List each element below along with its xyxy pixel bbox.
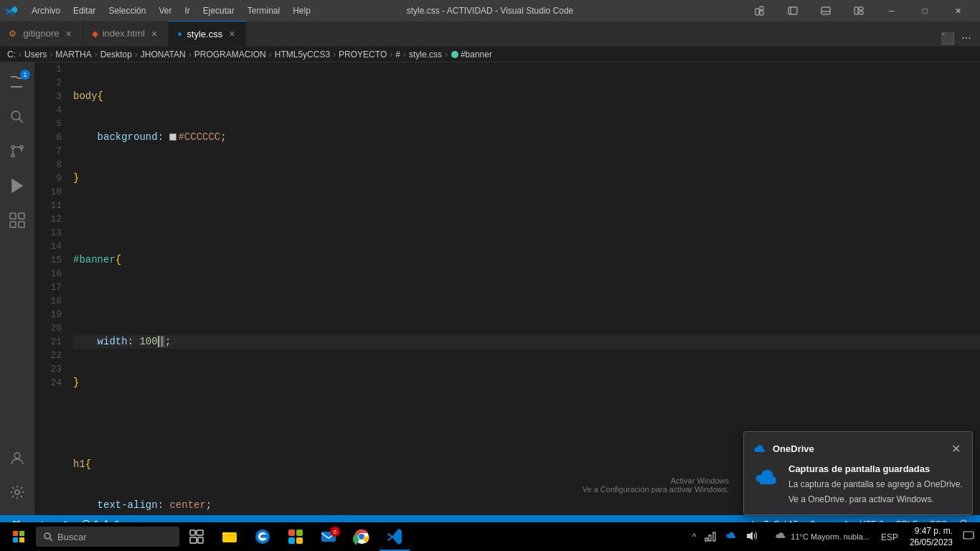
taskbar-file-explorer[interactable] [214, 522, 245, 551]
svg-rect-37 [19, 537, 24, 542]
close-btn[interactable]: ✕ [941, 0, 974, 22]
taskbar-store[interactable] [280, 522, 311, 551]
code-line-9 [73, 417, 980, 430]
menu-terminal[interactable]: Terminal [242, 4, 286, 17]
menu-edit[interactable]: Editar [67, 4, 101, 17]
tab-gitignore[interactable]: ⚙ .gitignore × [0, 21, 83, 46]
tab-index-icon: ◆ [92, 29, 98, 39]
menu-selection[interactable]: Selección [103, 4, 151, 17]
line-numbers: 1234 5678 9101112 13141516 17181920 2122… [34, 62, 70, 515]
svg-rect-3 [788, 7, 797, 14]
maximize-btn[interactable]: □ [908, 0, 941, 22]
activity-search[interactable] [0, 100, 34, 134]
notif-title-row: OneDrive [753, 443, 814, 455]
svg-rect-8 [859, 7, 863, 10]
activity-account[interactable] [0, 441, 34, 475]
sidebar-toggle[interactable] [776, 0, 809, 22]
svg-rect-5 [821, 7, 830, 14]
svg-rect-35 [19, 531, 24, 536]
svg-rect-21 [10, 222, 16, 227]
activity-explorer[interactable]: 1 [0, 65, 34, 100]
menu-file[interactable]: Archivo [26, 4, 66, 17]
breadcrumb-style-css[interactable]: style.css [409, 50, 442, 60]
svg-rect-47 [288, 529, 295, 536]
svg-rect-54 [705, 538, 707, 541]
svg-rect-2 [760, 11, 763, 15]
start-button[interactable] [3, 522, 34, 551]
systray-language[interactable]: ESP [877, 530, 903, 543]
svg-rect-9 [859, 11, 863, 14]
notifications-btn[interactable] [960, 528, 977, 545]
svg-rect-0 [755, 9, 759, 15]
taskbar-task-view[interactable] [181, 522, 212, 551]
svg-rect-41 [197, 530, 203, 535]
systray-volume[interactable] [743, 529, 760, 545]
breadcrumb-programacion[interactable]: PROGRAMACION [194, 50, 266, 60]
taskbar-edge[interactable] [247, 522, 278, 551]
taskbar: Buscar 6 ^ [0, 522, 980, 551]
svg-rect-36 [13, 537, 18, 542]
menu-go[interactable]: Ir [179, 4, 195, 17]
breadcrumb-users[interactable]: Users [24, 50, 47, 60]
svg-marker-17 [12, 179, 22, 192]
mail-badge: 6 [330, 527, 340, 537]
activity-source-control[interactable] [0, 134, 34, 169]
tab-style-close[interactable]: × [227, 27, 237, 41]
code-line-6 [73, 294, 980, 308]
cloud-icon [753, 463, 781, 491]
tab-gitignore-icon: ⚙ [9, 29, 17, 39]
code-line-1: body{ [73, 90, 980, 103]
systray-network[interactable] [702, 529, 719, 545]
tab-index-close[interactable]: × [149, 27, 159, 41]
taskbar-search[interactable]: Buscar [36, 527, 179, 547]
activity-extensions[interactable] [0, 203, 34, 237]
breadcrumb-jhonatan[interactable]: JHONATAN [141, 50, 186, 60]
taskbar-search-text: Buscar [57, 532, 86, 542]
tab-bar: ⚙ .gitignore × ◆ index.html × ● style.cs… [0, 22, 980, 47]
svg-rect-58 [963, 532, 974, 539]
systray-weather[interactable]: 11°C Mayorm. nubla... [768, 531, 875, 542]
notif-body: Capturas de pantalla guardadas La captur… [753, 463, 963, 506]
breadcrumb-banner[interactable]: #banner [451, 50, 492, 60]
window-controls: ─ □ ✕ [743, 0, 974, 22]
layout-btn[interactable] [743, 0, 776, 22]
taskbar-chrome[interactable] [346, 522, 377, 551]
clock-date: 26/05/2023 [910, 537, 953, 548]
svg-point-38 [44, 533, 50, 539]
customize-layout-btn[interactable] [842, 0, 875, 22]
notif-headline: Capturas de pantalla guardadas [788, 463, 963, 476]
tab-index-html[interactable]: ◆ index.html × [83, 21, 169, 46]
window-title: style.css - ACTIVIDAD - Visual Studio Co… [407, 6, 574, 16]
systray-onedrive[interactable] [722, 530, 740, 544]
tab-gitignore-close[interactable]: × [63, 27, 73, 41]
panel-toggle[interactable] [809, 0, 842, 22]
menu-view[interactable]: Ver [153, 4, 177, 17]
tab-style-css[interactable]: ● style.css × [169, 21, 246, 46]
tab-more-btn[interactable]: ··· [958, 30, 974, 46]
svg-rect-48 [296, 529, 303, 536]
menu-help[interactable]: Help [287, 4, 316, 17]
taskbar-mail[interactable]: 6 [313, 522, 344, 551]
breadcrumb-c[interactable]: C: [7, 50, 16, 60]
svg-rect-50 [296, 537, 303, 544]
notif-close-btn[interactable]: ✕ [948, 441, 963, 457]
breadcrumb-html5[interactable]: HTML5yCCS3 [275, 50, 330, 60]
tab-layout-btn[interactable]: ⬛ [940, 30, 956, 46]
systray-expand[interactable]: ^ [689, 530, 699, 543]
system-clock[interactable]: 9:47 p. m. 26/05/2023 [904, 525, 958, 548]
menu-run[interactable]: Ejecutar [197, 4, 240, 17]
systray: ^ [684, 529, 767, 545]
svg-point-23 [14, 453, 20, 458]
breadcrumb-desktop[interactable]: Desktop [100, 50, 132, 60]
activity-settings[interactable] [0, 475, 34, 509]
tab-gitignore-label: .gitignore [21, 28, 59, 39]
tab-actions: ⬛ ··· [934, 30, 980, 46]
breadcrumb-proyecto[interactable]: PROYECTO [339, 50, 387, 60]
code-line-8: } [73, 376, 980, 390]
svg-rect-43 [198, 537, 203, 543]
minimize-btn[interactable]: ─ [875, 0, 908, 22]
taskbar-vscode[interactable] [379, 522, 410, 551]
svg-point-10 [451, 51, 458, 58]
activity-run[interactable] [0, 169, 34, 203]
breadcrumb-martha[interactable]: MARTHA [55, 50, 91, 60]
